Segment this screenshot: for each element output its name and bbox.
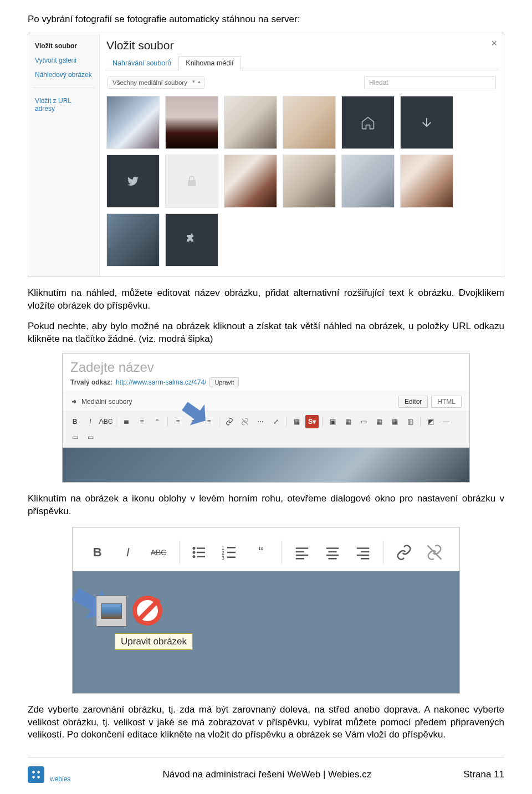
strike-icon[interactable]: ABC (148, 540, 168, 565)
more-icon[interactable]: ⋯ (254, 415, 267, 428)
fullscreen-icon[interactable]: ⤢ (269, 415, 283, 428)
post-title-input[interactable]: Zadejte název (63, 354, 469, 377)
hr-icon[interactable]: — (439, 415, 453, 428)
table-icon[interactable]: ▦ (372, 415, 386, 428)
media-thumb[interactable] (341, 155, 395, 208)
align-left-icon[interactable]: ≡ (171, 415, 185, 428)
logo-icon (28, 766, 44, 783)
media-thumb[interactable] (224, 96, 277, 149)
ol-icon[interactable]: ≡ (135, 415, 149, 428)
link-icon[interactable] (394, 540, 415, 565)
page-footer: webies Návod na administraci řešení WeWe… (28, 757, 504, 791)
add-media-label: Mediální soubory (81, 398, 132, 406)
ol-icon[interactable]: 123 (220, 540, 241, 565)
misc1-icon[interactable]: ▭ (68, 431, 81, 444)
media-thumb[interactable] (341, 96, 395, 149)
media-thumb[interactable] (165, 155, 218, 208)
strike-icon[interactable]: ABC (99, 415, 112, 428)
add-media-button[interactable]: Mediální soubory (70, 398, 132, 406)
svg-rect-7 (197, 556, 205, 557)
align-left-icon[interactable] (291, 540, 312, 565)
paragraph-1: Kliknutím na náhled, můžete editovat náz… (28, 287, 504, 313)
svg-point-2 (193, 547, 196, 550)
svg-rect-5 (197, 551, 205, 553)
align-center-icon[interactable] (322, 540, 342, 565)
shortcode-icon[interactable]: S▾ (305, 415, 319, 428)
permalink-edit-button[interactable]: Upravit (209, 377, 239, 387)
media-thumb[interactable] (400, 96, 453, 149)
align-right-icon[interactable] (352, 540, 373, 565)
svg-rect-14 (295, 547, 308, 549)
image-icon[interactable]: ▣ (326, 415, 339, 428)
tab-visual[interactable]: Editor (398, 396, 428, 408)
media-modal-screenshot: × Vložit soubor Vytvořit galerii Náhledo… (28, 33, 504, 277)
svg-text:3: 3 (222, 555, 224, 560)
sidebar-item-fromurl[interactable]: Vložit z URL adresy (28, 94, 99, 116)
sidebar-item-insert[interactable]: Vložit soubor (28, 39, 99, 53)
media-filter-select[interactable]: Všechny mediální soubory (108, 76, 204, 89)
sidebar-item-gallery[interactable]: Vytvořit galerii (28, 53, 99, 68)
thumbnail-grid (105, 95, 498, 271)
edit-image-button[interactable] (96, 596, 127, 627)
image-edit-screenshot: B I ABC 123 “ (72, 527, 460, 694)
svg-rect-18 (326, 547, 339, 549)
permalink-label: Trvalý odkaz: (70, 378, 112, 386)
media-thumb[interactable] (106, 213, 160, 267)
svg-point-4 (193, 551, 196, 554)
columns-icon[interactable]: ▥ (403, 415, 417, 428)
paragraph-3: Kliknutím na obrázek a ikonu oblohy v le… (28, 493, 504, 518)
italic-icon[interactable]: I (117, 540, 138, 565)
modal-title: Vložit soubor (105, 35, 498, 55)
media-thumb[interactable] (165, 213, 218, 267)
svg-rect-17 (295, 558, 304, 560)
bold-icon[interactable]: B (87, 540, 108, 565)
quote-icon[interactable]: “ (250, 540, 271, 565)
svg-rect-9 (227, 547, 236, 549)
media-thumb[interactable] (400, 155, 453, 208)
search-input[interactable]: Hledat (364, 76, 496, 89)
grid-icon[interactable]: ▦ (388, 415, 401, 428)
svg-rect-15 (295, 551, 304, 552)
media-thumb[interactable] (106, 155, 160, 208)
tab-html[interactable]: HTML (431, 396, 462, 408)
paragraph-4: Zde vyberte zarovnání obrázku, tj. zda m… (28, 704, 504, 742)
modal-sidebar: Vložit soubor Vytvořit galerii Náhledový… (28, 33, 100, 276)
permalink-url[interactable]: http://www.sarm-salma.cz/474/ (116, 378, 206, 386)
footer-center-text: Návod na administraci řešení WeWeb | Web… (162, 769, 371, 780)
sidebar-item-featured[interactable]: Náhledový obrázek (28, 68, 99, 82)
editor-screenshot: Zadejte název Trvalý odkaz: http://www.s… (62, 354, 470, 483)
media-thumb[interactable] (165, 96, 218, 149)
tab-upload[interactable]: Nahrávání souborů (105, 56, 178, 70)
remove-image-button[interactable] (132, 596, 162, 626)
media-thumb[interactable] (283, 155, 336, 208)
unlink-icon[interactable] (424, 540, 445, 565)
svg-rect-23 (361, 551, 369, 552)
media-icon[interactable]: ▦ (290, 415, 303, 428)
tooltip-edit-image: Upravit obrázek (115, 633, 193, 650)
video-icon[interactable]: ▭ (357, 415, 370, 428)
tab-library[interactable]: Knihovna médií (178, 56, 241, 70)
svg-point-0 (72, 401, 74, 403)
unlink-icon[interactable] (238, 415, 252, 428)
color-icon[interactable]: ◩ (424, 415, 437, 428)
bold-icon[interactable]: B (68, 415, 81, 428)
close-icon[interactable]: × (491, 38, 497, 49)
editor-toolbar: B I ABC ≣ ≡ “ ≡ ≡ ≡ ⋯ ⤢ ▦ S▾ ▣ ▦ (63, 412, 469, 448)
svg-rect-16 (295, 554, 308, 556)
quote-icon[interactable]: “ (151, 415, 164, 428)
page-number: Strana 11 (463, 769, 504, 780)
link-icon[interactable] (223, 415, 236, 428)
ul-icon[interactable]: ≣ (120, 415, 133, 428)
svg-rect-19 (328, 551, 336, 552)
misc2-icon[interactable]: ▭ (84, 431, 97, 444)
intro-text: Po vybrání fotografií se fotografie auto… (28, 13, 504, 26)
svg-rect-20 (326, 554, 339, 556)
svg-rect-25 (361, 558, 369, 560)
media-thumb[interactable] (106, 96, 160, 149)
ul-icon[interactable] (190, 540, 210, 565)
italic-icon[interactable]: I (84, 415, 97, 428)
media-thumb[interactable] (283, 96, 336, 149)
svg-rect-22 (357, 547, 370, 549)
media-thumb[interactable] (224, 155, 277, 208)
gallery-icon[interactable]: ▦ (341, 415, 355, 428)
